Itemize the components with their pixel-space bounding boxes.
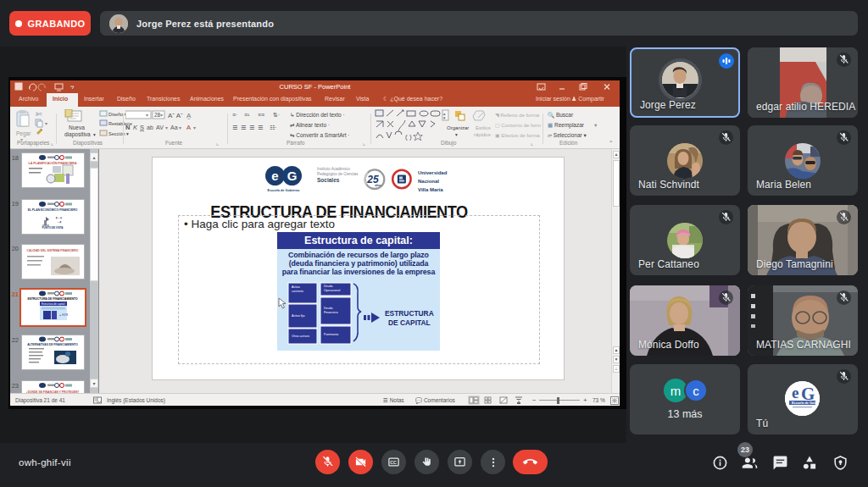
svg-text:≡¹: ≡¹ bbox=[244, 112, 250, 118]
svg-text:☰: ☰ bbox=[241, 125, 246, 130]
svg-text:▾: ▾ bbox=[455, 132, 458, 137]
svg-text:G: G bbox=[287, 169, 298, 183]
svg-text:✄: ✄ bbox=[36, 110, 42, 119]
svg-text:▦ Reemplazar: ▦ Reemplazar bbox=[548, 122, 585, 129]
svg-text:🔍 Buscar: 🔍 Buscar bbox=[548, 111, 574, 119]
svg-text:☰: ☰ bbox=[232, 125, 237, 130]
svg-text:e: e bbox=[792, 384, 798, 401]
svg-text:Pedagógico de Ciencias: Pedagógico de Ciencias bbox=[317, 172, 359, 176]
svg-text:A̫: A̫ bbox=[186, 112, 192, 119]
svg-text:Escuela de Gobierno: Escuela de Gobierno bbox=[792, 401, 820, 405]
svg-text:años: años bbox=[375, 184, 381, 187]
svg-text:Villa María: Villa María bbox=[418, 187, 443, 192]
svg-text:Estilos: Estilos bbox=[476, 125, 491, 130]
svg-text:▣ Efectos de forma ·: ▣ Efectos de forma · bbox=[495, 133, 541, 138]
svg-text:≡·: ≡· bbox=[232, 112, 237, 118]
svg-text:⇄ Alinear texto ·: ⇄ Alinear texto · bbox=[290, 122, 330, 128]
svg-text:corriente: corriente bbox=[292, 290, 303, 293]
svg-text:Instituto Académico: Instituto Académico bbox=[317, 167, 351, 171]
svg-text:Escuela de Gobierno: Escuela de Gobierno bbox=[268, 189, 300, 192]
svg-text:ESTRUCTURA DE FINANCIAMIENTO: ESTRUCTURA DE FINANCIAMIENTO bbox=[27, 297, 78, 301]
svg-text:A: A bbox=[186, 124, 191, 131]
svg-text:EL PLAN ECONÓMICO FINANCIERO: EL PLAN ECONÓMICO FINANCIERO bbox=[28, 208, 78, 212]
svg-text:Patrimonio: Patrimonio bbox=[324, 333, 338, 336]
svg-text:▾: ▾ bbox=[594, 122, 598, 128]
svg-text:S: S bbox=[140, 124, 144, 131]
svg-text:Deuda: Deuda bbox=[324, 307, 333, 310]
svg-text:Aa: Aa bbox=[170, 125, 178, 130]
svg-text:Otros activos: Otros activos bbox=[292, 335, 309, 338]
svg-text:Nacional: Nacional bbox=[418, 179, 439, 184]
svg-text:Estructura de capital:: Estructura de capital: bbox=[42, 302, 65, 306]
svg-text:Aˆ Aˇ: Aˆ Aˇ bbox=[168, 112, 183, 119]
svg-text:Universidad: Universidad bbox=[418, 170, 448, 175]
svg-text:≡≡: ≡≡ bbox=[258, 112, 264, 118]
svg-text:ALTERNATIVAS DE FINANCIAMIENTO: ALTERNATIVAS DE FINANCIAMIENTO bbox=[27, 343, 78, 346]
svg-text:▾: ▾ bbox=[179, 125, 181, 130]
svg-text:▾: ▾ bbox=[45, 121, 47, 126]
svg-text:Diseño ▾: Diseño ▾ bbox=[108, 112, 127, 117]
svg-text:↳ Dirección del texto ·: ↳ Dirección del texto · bbox=[290, 112, 345, 118]
svg-text:Organizar: Organizar bbox=[447, 125, 469, 130]
svg-text:Activo fijo: Activo fijo bbox=[292, 314, 304, 318]
svg-text:ESTRUCTURA: ESTRUCTURA bbox=[385, 309, 434, 318]
svg-text:☰: ☰ bbox=[258, 125, 263, 130]
svg-text:▾: ▾ bbox=[193, 125, 196, 130]
svg-text:Sociales: Sociales bbox=[317, 177, 340, 183]
svg-text:PUNTO DE VISTA: PUNTO DE VISTA bbox=[42, 226, 64, 230]
svg-text:Activo: Activo bbox=[292, 285, 300, 289]
svg-text:CALIDAD DEL SISTEMA FINANCIERO: CALIDAD DEL SISTEMA FINANCIERO bbox=[27, 249, 79, 252]
svg-text:▾: ▾ bbox=[165, 125, 168, 130]
svg-text:▮▭ ■: ▮▭ ■ bbox=[56, 216, 62, 219]
svg-text:Nueva: Nueva bbox=[69, 125, 85, 130]
svg-text:Deuda: Deuda bbox=[324, 285, 333, 288]
svg-text:AV: AV bbox=[156, 125, 164, 130]
svg-text:◥ Relleno de forma ·: ◥ Relleno de forma · bbox=[495, 113, 541, 118]
svg-text:e: e bbox=[271, 169, 278, 183]
svg-text:► ESTR.: ► ESTR. bbox=[59, 313, 69, 317]
svg-text:⇆ Convertir a SmartArt ·: ⇆ Convertir a SmartArt · bbox=[290, 132, 349, 138]
svg-text:▾: ▾ bbox=[146, 113, 148, 118]
svg-text:▾: ▾ bbox=[93, 132, 96, 137]
svg-text:N: N bbox=[125, 124, 130, 131]
svg-text:ab: ab bbox=[147, 125, 153, 130]
svg-text:▾: ▾ bbox=[160, 113, 163, 118]
svg-text:DE CAPITAL: DE CAPITAL bbox=[388, 318, 431, 327]
svg-text:Financiera: Financiera bbox=[324, 311, 338, 314]
svg-text:Pegar: Pegar bbox=[16, 130, 31, 137]
svg-text:⇅·: ⇅· bbox=[273, 112, 280, 118]
svg-text:CC: CC bbox=[390, 460, 397, 465]
svg-text:▭▮: ▭▮ bbox=[58, 220, 62, 224]
svg-text:☰: ☰ bbox=[249, 125, 254, 130]
svg-text:☷·: ☷· bbox=[270, 125, 277, 130]
svg-text:diapositiva: diapositiva bbox=[64, 131, 91, 138]
svg-text:LA PLANIFICACIÓN FINANCIERA: LA PLANIFICACIÓN FINANCIERA bbox=[29, 161, 77, 165]
svg-text:K: K bbox=[133, 124, 138, 131]
svg-text:rápidos ·: rápidos · bbox=[474, 132, 493, 137]
svg-text:Operacional: Operacional bbox=[324, 289, 341, 292]
svg-text:▱ Seleccionar ▾: ▱ Seleccionar ▾ bbox=[548, 132, 587, 138]
svg-text:▢ Contorno de forma ·: ▢ Contorno de forma · bbox=[495, 123, 541, 128]
